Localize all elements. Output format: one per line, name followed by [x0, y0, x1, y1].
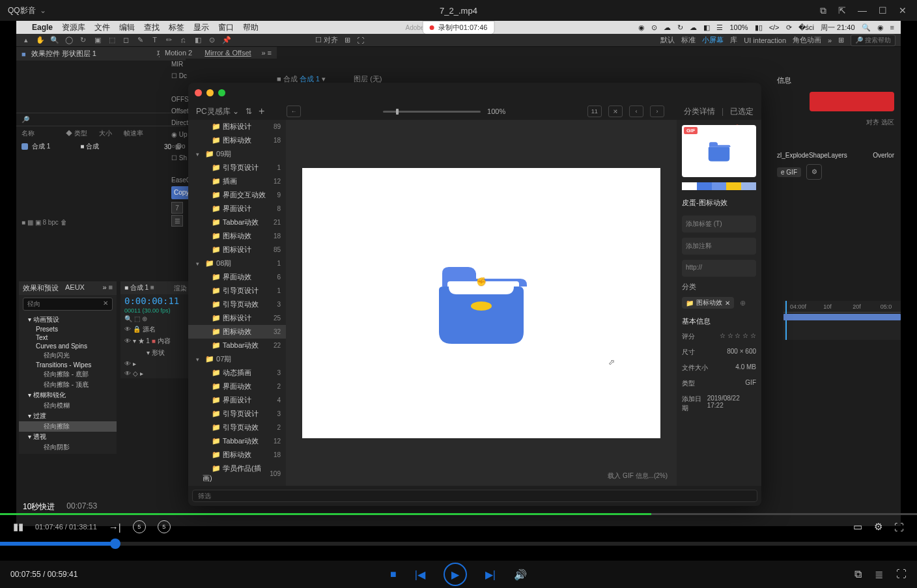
menu-item[interactable]: 资源库 — [62, 22, 85, 33]
folder-item[interactable]: 📁 界面设计4 — [188, 393, 286, 407]
folder-item[interactable]: 📁 界面动效2 — [188, 380, 286, 393]
menu-item[interactable]: 编辑 — [119, 22, 135, 33]
gear-icon[interactable]: ⚙ — [806, 164, 822, 180]
folder-item[interactable]: ▾📁 09期 — [188, 147, 286, 161]
project-item[interactable]: 合成 1 ■ 合成 30 ⊞ — [16, 141, 186, 152]
prev-track-icon[interactable]: |◀ — [415, 568, 425, 581]
selection-tool-icon[interactable]: ▴ — [21, 36, 30, 44]
pointer-icon[interactable]: ⇱ — [838, 5, 846, 16]
fullscreen-icon[interactable]: ⛶ — [894, 522, 904, 533]
text-tool-icon[interactable]: T — [150, 36, 159, 44]
wechat-icon[interactable]: ☁ — [664, 23, 671, 32]
seek-knob[interactable] — [110, 539, 120, 549]
effect-controls-tab[interactable]: 效果控件 形状图层 1 — [31, 49, 96, 59]
preset-item[interactable]: 径向模糊 — [19, 400, 117, 411]
timeline-comp[interactable]: 合成 1 — [130, 284, 148, 291]
menu-item[interactable]: 窗口 — [218, 22, 234, 33]
window-close-icon[interactable] — [195, 89, 202, 96]
tags-input[interactable]: 添加标签 (T) — [682, 216, 756, 232]
folder-item[interactable]: 📁 图标设计89 — [188, 120, 286, 133]
window-minimize-icon[interactable] — [206, 89, 214, 96]
menu-item[interactable]: 文件 — [94, 22, 110, 33]
folder-item[interactable]: 📁 Tabbar动效21 — [188, 216, 286, 229]
status-icon[interactable]: ☰ — [716, 23, 723, 32]
subtitle-icon[interactable]: ▭ — [853, 521, 862, 533]
detail-toggle[interactable]: 分类详情 — [684, 106, 715, 117]
status-icon[interactable]: ☁ — [690, 23, 697, 32]
settings-icon[interactable]: ⚙ — [874, 521, 882, 533]
preset-item[interactable]: 径向擦除 - 底部 — [19, 369, 117, 380]
shuffle-icon[interactable]: ⤨ — [608, 105, 623, 117]
pan-tool-icon[interactable]: ⬚ — [107, 36, 116, 44]
effects-presets-tab[interactable]: 效果和预设 — [23, 283, 59, 293]
folder-item[interactable]: 📁 界面设计8 — [188, 202, 286, 216]
folder-item[interactable]: 📁 图标动效18 — [188, 448, 286, 462]
hand-tool-icon[interactable]: ✋ — [36, 36, 44, 44]
folder-item[interactable]: 📁 引导页动效3 — [188, 298, 286, 311]
zoom-slider[interactable] — [383, 111, 481, 113]
maximize-button[interactable]: ☐ — [879, 5, 887, 16]
category-tag[interactable]: 📁 图标动效 ✕ — [682, 297, 734, 309]
orbit-tool-icon[interactable]: ◯ — [64, 36, 73, 44]
rating-stars[interactable]: ☆ ☆ ☆ ☆ ☆ — [720, 332, 756, 341]
folder-item[interactable]: ▾📁 08期1 — [188, 257, 286, 270]
preset-item[interactable]: 径向擦除 — [19, 421, 117, 432]
workspace-tab[interactable]: UI interaction — [744, 36, 786, 44]
workspace-tab[interactable]: 小屏幕 — [702, 35, 724, 45]
shape-tool-icon[interactable]: ◻ — [122, 36, 130, 44]
menu-item[interactable]: 查找 — [144, 22, 160, 33]
layer-bar[interactable] — [783, 314, 901, 320]
folder-item[interactable]: 📁 引导页设计1 — [188, 284, 286, 298]
zoom-tool-icon[interactable]: 🔍 — [50, 36, 59, 44]
status-icon[interactable]: ↻ — [677, 23, 683, 32]
preset-item[interactable]: Presets — [19, 325, 117, 333]
app-name[interactable]: QQ影音 — [8, 5, 36, 16]
rotate-tool-icon[interactable]: ↻ — [79, 36, 87, 44]
screenshot-icon[interactable]: ⧉ — [854, 568, 862, 580]
pen-tool-icon[interactable]: ✎ — [136, 36, 145, 44]
preset-item[interactable]: ▾ 动画预设 — [19, 315, 117, 325]
siri-icon[interactable]: ◉ — [877, 23, 884, 32]
expand-icon[interactable]: ⛶ — [896, 568, 907, 580]
volume-icon[interactable]: 🔊 — [514, 568, 527, 581]
preset-item[interactable]: ▾ 透视 — [19, 432, 117, 442]
folder-item[interactable]: ▾📁 07期 — [188, 352, 286, 366]
seek-slider[interactable] — [0, 542, 917, 546]
app-menu[interactable]: Eagle — [32, 23, 53, 32]
folder-item[interactable]: 📁 插画12 — [188, 175, 286, 188]
folder-item[interactable]: 📁 引导页动效2 — [188, 421, 286, 434]
folder-item[interactable]: 📁 图标动效18 — [188, 133, 286, 147]
close-button[interactable]: ✕ — [899, 5, 907, 16]
color-swatches[interactable] — [682, 182, 756, 190]
effects-search[interactable]: 径向 — [27, 300, 40, 307]
preset-item[interactable]: ▾ 过渡 — [19, 411, 117, 421]
current-time-indicator[interactable] — [785, 301, 787, 340]
preset-item[interactable]: Transitions - Wipes — [19, 361, 117, 369]
folder-item[interactable]: 📁 图标设计25 — [188, 311, 286, 325]
folder-item[interactable]: 📁 Tabbar动效12 — [188, 434, 286, 448]
thumbnail[interactable]: GIF — [682, 125, 756, 177]
menu-item[interactable]: 显示 — [193, 22, 209, 33]
pause-icon[interactable]: ▮▮ — [13, 521, 23, 533]
prev-icon[interactable]: ‹ — [629, 105, 643, 117]
pip-icon[interactable]: ⧉ — [820, 5, 826, 16]
status-icon[interactable]: ◧ — [703, 23, 710, 32]
help-search[interactable]: 🔎 搜索帮助 — [851, 35, 896, 46]
playlist-icon[interactable]: ≣ — [875, 568, 883, 581]
settings-icon[interactable]: ⇅ — [246, 107, 252, 116]
window-zoom-icon[interactable] — [218, 89, 225, 96]
url-input[interactable]: http:// — [682, 260, 756, 277]
workspace-tab[interactable]: 标准 — [681, 35, 696, 45]
preset-item[interactable]: 径向闪光 — [19, 350, 117, 361]
folder-item[interactable]: 📁 动态插画3 — [188, 366, 286, 380]
notes-input[interactable]: 添加注释 — [682, 238, 756, 255]
add-category-icon[interactable]: ⊕ — [740, 299, 746, 307]
folder-item[interactable]: 📁 引导页设计1 — [188, 161, 286, 175]
puppet-tool-icon[interactable]: 📌 — [222, 36, 231, 44]
filter-input[interactable] — [192, 490, 757, 502]
seek-back-icon[interactable]: 5 — [133, 520, 146, 533]
folder-item[interactable]: 📁 学员作品(界面)120 — [188, 485, 286, 486]
preset-item[interactable]: 径向阴影 — [19, 442, 117, 453]
status-icon[interactable]: ⊙ — [651, 23, 657, 32]
workspace-tab[interactable]: 默认 — [660, 35, 675, 45]
